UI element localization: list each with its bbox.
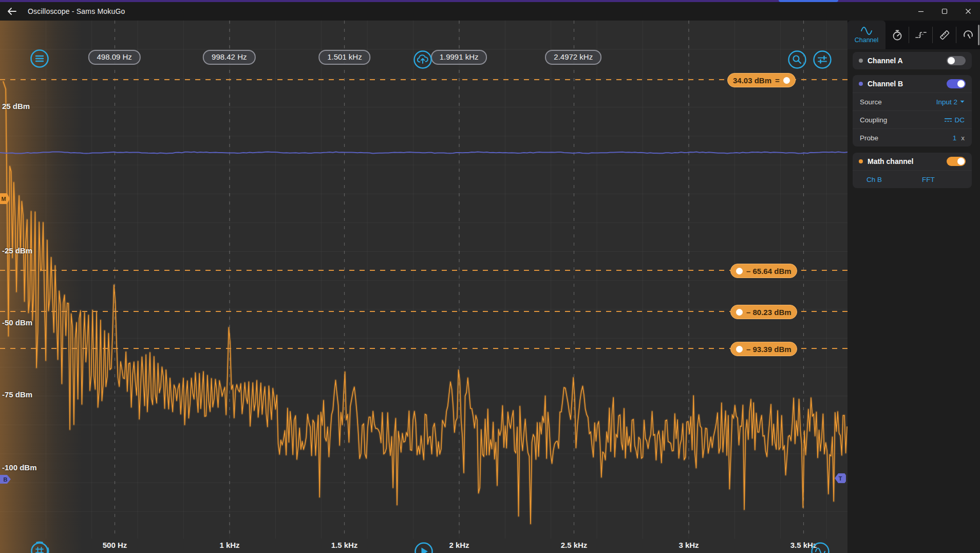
frequency-marker-pill[interactable]: 998.42 Hz [203, 50, 255, 65]
cursor-dashed-line [0, 311, 847, 312]
cursor-level-value: – 65.64 dBm [746, 267, 791, 275]
max-level-cursor-pill[interactable]: 34.03 dBm= [727, 73, 796, 87]
y-axis-tick-label: -25 dBm [2, 246, 32, 255]
toggle-knob [957, 80, 965, 87]
channel-a-toggle[interactable] [947, 56, 966, 65]
step-function-icon [915, 29, 927, 41]
level-cursor-pill[interactable]: – 65.64 dBm [730, 264, 797, 278]
back-arrow-icon [7, 6, 17, 16]
tab-probe-gauge[interactable] [956, 21, 980, 49]
coupling-row: Coupling DC [853, 110, 972, 128]
sidebar-scrollbar[interactable] [978, 25, 979, 45]
tab-channel-label: Channel [855, 36, 879, 44]
frequency-marker-pill[interactable]: 498.09 Hz [88, 50, 140, 65]
cursor-handle-dot[interactable] [736, 346, 743, 353]
math-channel-toggle[interactable] [947, 157, 966, 166]
display-settings-button[interactable] [812, 49, 833, 70]
channel-a-card: Channel A [853, 52, 972, 69]
zoom-search-button[interactable] [787, 49, 807, 70]
probe-selector[interactable]: 1x [953, 134, 965, 142]
x-axis-tick-label: 2.5 kHz [561, 541, 588, 549]
app-window: { "window": { "title": "Oscilloscope - S… [0, 0, 980, 553]
grid-icon [29, 541, 50, 553]
frequency-marker-pill[interactable]: 2.4972 kHz [545, 50, 601, 65]
window-title: Oscilloscope - Sams MokuGo [28, 7, 125, 15]
waveform-source-button[interactable] [810, 541, 831, 553]
run-stop-button[interactable] [413, 541, 434, 553]
maximize-icon [941, 8, 948, 14]
spectrum-plot: 498.09 Hz998.42 Hz1.501 kHz1.9991 kHz2.4… [0, 21, 847, 553]
toggle-knob [957, 158, 965, 165]
cursor-level-value: – 93.39 dBm [746, 345, 791, 354]
tab-measure[interactable] [933, 21, 956, 49]
probe-row: Probe 1x [853, 128, 972, 146]
main-menu-button[interactable] [29, 48, 50, 69]
channel-b-card: Channel B Source Input 2 Coupling DC Pro… [853, 75, 972, 146]
coupling-value: DC [955, 116, 965, 124]
frequency-marker-pill[interactable]: 1.9991 kHz [431, 50, 487, 65]
math-source-button[interactable]: Ch B [866, 176, 882, 183]
channel-b-title: Channel B [868, 80, 947, 88]
channel-a-color-dot [859, 59, 863, 63]
source-value: Input 2 [936, 98, 957, 106]
coupling-label: Coupling [860, 116, 944, 124]
frequency-marker-pill[interactable]: 1.501 kHz [318, 50, 371, 65]
probe-unit: x [961, 134, 965, 142]
y-axis-tick-label: 25 dBm [2, 102, 30, 110]
level-cursor-pill[interactable]: – 93.39 dBm [730, 342, 797, 356]
cloud-upload-button[interactable] [412, 49, 433, 70]
source-row: Source Input 2 [853, 93, 972, 110]
grid-settings-button[interactable] [29, 541, 50, 553]
cursor-handle-dot[interactable] [736, 268, 743, 274]
probe-label: Probe [860, 134, 953, 142]
cursor-level-value: – 80.23 dBm [746, 308, 791, 317]
channel-b-toggle[interactable] [947, 79, 966, 88]
cursor-dashed-line [0, 348, 847, 349]
channel-b-color-dot [859, 82, 863, 86]
sine-wave-icon [810, 541, 831, 553]
tab-channel[interactable]: Channel [847, 21, 885, 49]
ruler-icon [938, 29, 951, 41]
play-icon [413, 541, 434, 553]
cursor-handle-dot[interactable] [783, 77, 790, 84]
math-operation-button[interactable]: FFT [922, 176, 935, 183]
x-axis-tick-label: 1.5 kHz [331, 541, 358, 549]
sidebar-tabbar: Channel [847, 21, 980, 49]
cursor-dashed-line [0, 79, 847, 80]
probe-value: 1 [953, 134, 957, 142]
magnifier-icon [787, 49, 807, 70]
close-button[interactable] [956, 2, 980, 21]
source-dropdown[interactable]: Input 2 [936, 98, 965, 106]
y-axis-tick-label: -75 dBm [2, 390, 32, 399]
gauge-icon [962, 29, 974, 41]
minimize-icon [918, 8, 924, 14]
maximize-button[interactable] [933, 2, 956, 21]
level-cursor-pill[interactable]: – 80.23 dBm [730, 305, 797, 319]
math-channel-color-dot [859, 159, 863, 163]
titlebar: Oscilloscope - Sams MokuGo [0, 2, 980, 21]
minimize-button[interactable] [909, 2, 933, 21]
math-config-row: Ch B FFT [853, 170, 972, 188]
hamburger-menu-icon [29, 48, 50, 69]
tab-trigger[interactable] [909, 21, 933, 49]
x-axis-tick-label: 500 Hz [103, 541, 127, 549]
window-controls [909, 2, 980, 21]
math-channel-title: Math channel [868, 157, 947, 165]
source-label: Source [860, 98, 936, 106]
back-button[interactable] [0, 2, 24, 21]
y-axis-tick-label: -100 dBm [2, 463, 37, 472]
tab-acquisition[interactable] [885, 21, 909, 49]
y-axis-tick-label: -50 dBm [2, 318, 32, 327]
cursor-handle-dot[interactable] [736, 309, 743, 316]
trace-layer [0, 21, 847, 553]
dc-coupling-icon [944, 117, 952, 123]
close-icon [965, 8, 971, 14]
coupling-selector[interactable]: DC [944, 116, 965, 124]
max-level-value: 34.03 dBm [733, 76, 771, 85]
stopwatch-icon [891, 29, 903, 41]
channel-sine-icon [860, 26, 873, 35]
x-axis-tick-label: 3 kHz [679, 541, 699, 549]
settings-sidebar: Channel [847, 21, 980, 553]
cursor-dashed-line [0, 270, 847, 271]
x-axis-tick-label: 2 kHz [449, 541, 469, 549]
